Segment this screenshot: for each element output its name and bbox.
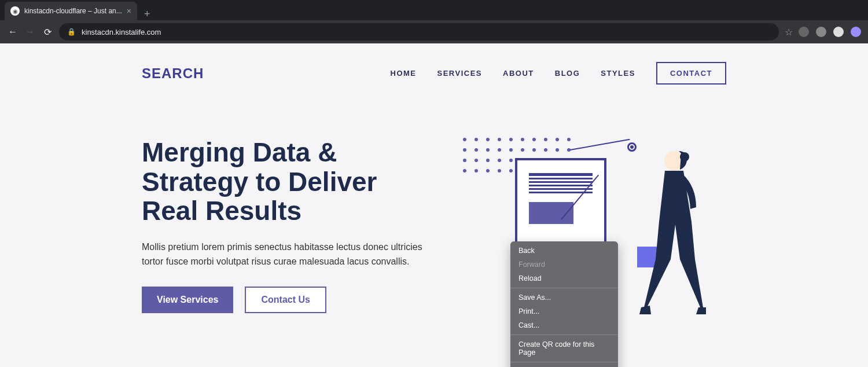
menu-reload[interactable]: Reload [510,271,618,285]
tab-title: kinstacdn-cloudflare – Just an... [24,7,122,15]
menu-separator [510,335,618,335]
hero-description: Mollis pretium lorem primis senectus hab… [142,240,422,269]
url-text: kinstacdn.kinstalife.com [82,28,161,36]
main-nav: HOME SERVICES ABOUT BLOG STYLES CONTACT [391,62,726,85]
forward-button[interactable]: → [24,27,36,37]
contact-us-button[interactable]: Contact Us [245,287,326,313]
address-bar[interactable]: 🔒 kinstacdn.kinstalife.com [59,23,779,41]
nav-blog[interactable]: BLOG [555,69,580,78]
menu-qr-code[interactable]: Create QR code for this Page [510,337,618,359]
extension-icon[interactable] [851,27,861,37]
hero-section: Merging Data & Strategy to Deliver Real … [142,103,726,323]
svg-point-1 [680,152,689,162]
nav-home[interactable]: HOME [391,69,417,78]
leader-line [570,139,630,151]
menu-forward[interactable]: Forward [510,258,618,271]
extension-icon[interactable] [799,27,809,37]
context-menu: Back Forward Reload Save As... Print... … [510,241,618,367]
site-header: SEARCH HOME SERVICES ABOUT BLOG STYLES C… [142,43,726,103]
page-content: SEARCH HOME SERVICES ABOUT BLOG STYLES C… [0,43,868,367]
person-illustration [639,146,706,320]
globe-icon: ◉ [10,6,20,16]
menu-save-as[interactable]: Save As... [510,291,618,304]
close-icon[interactable]: × [127,6,131,16]
radio-marker-icon [627,142,637,152]
tab-bar: ◉ kinstacdn-cloudflare – Just an... × + [0,0,868,20]
nav-services[interactable]: SERVICES [437,69,483,78]
extension-icons [799,27,861,37]
nav-styles[interactable]: STYLES [601,69,635,78]
extension-icon[interactable] [833,27,844,37]
star-icon[interactable]: ☆ [785,27,793,38]
browser-chrome: ◉ kinstacdn-cloudflare – Just an... × + … [0,0,868,43]
browser-tab[interactable]: ◉ kinstacdn-cloudflare – Just an... × [5,2,137,20]
menu-separator [510,288,618,288]
site-logo[interactable]: SEARCH [142,65,204,82]
hero-content: Merging Data & Strategy to Deliver Real … [142,138,422,323]
new-tab-button[interactable]: + [137,8,157,20]
hero-buttons: View Services Contact Us [142,287,422,313]
nav-contact-button[interactable]: CONTACT [656,62,726,85]
menu-cast[interactable]: Cast... [510,318,618,332]
reload-button[interactable]: ⟳ [42,27,53,38]
menu-back[interactable]: Back [510,244,618,258]
lock-icon: 🔒 [67,28,76,36]
hero-title: Merging Data & Strategy to Deliver Real … [142,138,422,226]
extension-icon[interactable] [816,27,826,37]
menu-print[interactable]: Print... [510,304,618,318]
menu-translate[interactable]: Translate to English [510,365,618,367]
browser-toolbar: ← → ⟳ 🔒 kinstacdn.kinstalife.com ☆ [0,20,868,43]
nav-about[interactable]: ABOUT [503,69,534,78]
menu-separator [510,362,618,362]
view-services-button[interactable]: View Services [142,287,233,313]
back-button[interactable]: ← [7,27,19,37]
